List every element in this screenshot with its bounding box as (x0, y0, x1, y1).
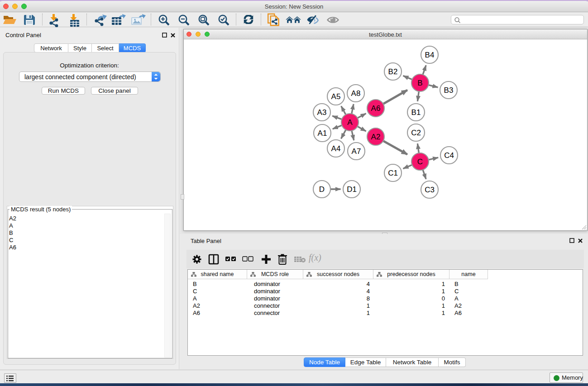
svg-text:C3: C3 (425, 186, 435, 194)
svg-text:C2: C2 (411, 129, 421, 137)
svg-text:A7: A7 (352, 147, 361, 156)
svg-text:B1: B1 (411, 108, 421, 117)
svg-text:D1: D1 (347, 185, 357, 194)
svg-text:B4: B4 (425, 51, 435, 59)
svg-text:A: A (347, 118, 353, 127)
svg-text:D: D (319, 185, 325, 194)
svg-text:C1: C1 (388, 169, 398, 177)
svg-text:B3: B3 (444, 86, 454, 95)
svg-text:C: C (417, 157, 423, 166)
svg-text:A3: A3 (317, 108, 327, 117)
svg-text:B: B (417, 79, 422, 87)
svg-text:A6: A6 (371, 104, 381, 113)
svg-text:B2: B2 (388, 67, 398, 76)
svg-text:A5: A5 (331, 92, 341, 101)
svg-text:A4: A4 (331, 144, 341, 153)
svg-text:C4: C4 (444, 151, 454, 160)
svg-text:A1: A1 (318, 129, 327, 138)
svg-text:A2: A2 (371, 133, 381, 141)
svg-text:A8: A8 (351, 89, 361, 98)
